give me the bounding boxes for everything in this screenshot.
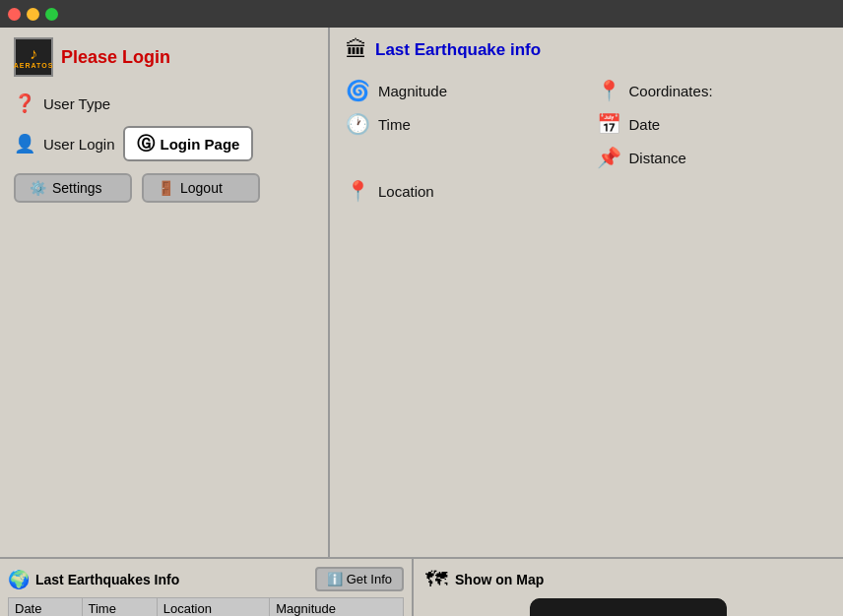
user-login-label: User Login bbox=[43, 136, 115, 153]
left-panel: ♪ AERATOS Please Login ❓ User Type 👤 Use… bbox=[0, 28, 330, 557]
coordinates-icon: 📍 bbox=[597, 79, 621, 102]
col-location: Location bbox=[157, 598, 269, 617]
earthquakes-table: Date Time Location Magnitude bbox=[8, 597, 404, 616]
app-name: AERATOS bbox=[14, 62, 54, 69]
title-bar bbox=[0, 0, 843, 28]
date-item: 📅 Date bbox=[597, 112, 828, 136]
app-logo: ♪ AERATOS bbox=[14, 37, 53, 77]
info-icon: ℹ️ bbox=[327, 572, 343, 586]
minimize-button[interactable] bbox=[27, 8, 39, 21]
magnitude-icon: 🌀 bbox=[346, 79, 370, 102]
please-login-text: Please Login bbox=[61, 47, 170, 68]
col-time: Time bbox=[82, 598, 157, 617]
user-type-icon: ❓ bbox=[14, 92, 35, 114]
settings-button[interactable]: ⚙️ Settings bbox=[14, 173, 132, 203]
google-icon: Ⓖ bbox=[137, 132, 155, 155]
map-header: 🗺 Show on Map bbox=[425, 567, 831, 592]
app-header: ♪ AERATOS Please Login bbox=[14, 37, 314, 77]
right-panel: 🏛 Last Earthquake info 🌀 Magnitude 📍 Coo… bbox=[330, 28, 843, 557]
location-icon: 📍 bbox=[346, 179, 370, 203]
date-icon: 📅 bbox=[597, 112, 621, 136]
maximize-button[interactable] bbox=[45, 8, 58, 21]
google-maps-svg: G bbox=[530, 598, 727, 617]
distance-label: Distance bbox=[629, 150, 686, 166]
globe-icon: 🌍 bbox=[8, 569, 30, 590]
table-title-row: 🌍 Last Earthquakes Info bbox=[8, 569, 179, 590]
get-info-label: Get Info bbox=[347, 572, 392, 586]
close-button[interactable] bbox=[8, 8, 21, 21]
magnitude-label: Magnitude bbox=[378, 83, 447, 99]
logout-label: Logout bbox=[180, 180, 223, 196]
table-title: Last Earthquakes Info bbox=[35, 572, 179, 587]
time-icon: 🕐 bbox=[346, 112, 370, 136]
map-header-icon: 🗺 bbox=[425, 567, 447, 592]
user-login-icon: 👤 bbox=[14, 133, 35, 154]
get-info-button[interactable]: ℹ️ Get Info bbox=[315, 567, 404, 591]
user-login-row: 👤 User Login Ⓖ Login Page bbox=[14, 126, 314, 161]
logout-button[interactable]: 🚪 Logout bbox=[142, 173, 260, 203]
eq-info-title: Last Earthquake info bbox=[375, 40, 541, 60]
logout-icon: 🚪 bbox=[158, 180, 174, 196]
bottom-area: 🌍 Last Earthquakes Info ℹ️ Get Info Date… bbox=[0, 557, 843, 616]
main-content: ♪ AERATOS Please Login ❓ User Type 👤 Use… bbox=[0, 28, 843, 557]
date-label: Date bbox=[629, 116, 661, 133]
distance-icon: 📌 bbox=[597, 146, 621, 169]
time-label: Time bbox=[378, 116, 411, 133]
location-item: 📍 Location bbox=[346, 179, 577, 203]
logo-icon: ♪ bbox=[30, 46, 37, 62]
eq-info-header: 🏛 Last Earthquake info bbox=[346, 37, 827, 63]
magnitude-item: 🌀 Magnitude bbox=[346, 79, 577, 102]
map-panel: 🗺 Show on Map G bbox=[414, 559, 843, 616]
col-date: Date bbox=[9, 598, 83, 617]
login-page-button[interactable]: Ⓖ Login Page bbox=[123, 126, 254, 161]
distance-item: 📌 Distance bbox=[597, 146, 828, 169]
table-panel: 🌍 Last Earthquakes Info ℹ️ Get Info Date… bbox=[0, 559, 414, 616]
user-type-label: User Type bbox=[43, 95, 110, 112]
col-magnitude: Magnitude bbox=[270, 598, 404, 617]
eq-icon: 🏛 bbox=[346, 37, 367, 63]
location-label: Location bbox=[378, 183, 434, 200]
settings-label: Settings bbox=[52, 180, 102, 196]
settings-icon: ⚙️ bbox=[30, 180, 46, 196]
coordinates-label: Coordinates: bbox=[629, 83, 713, 99]
table-header-row: 🌍 Last Earthquakes Info ℹ️ Get Info bbox=[8, 567, 404, 591]
user-type-row: ❓ User Type bbox=[14, 92, 314, 114]
google-maps-logo[interactable]: G bbox=[530, 598, 727, 617]
login-page-button-label: Login Page bbox=[161, 136, 240, 153]
svg-rect-0 bbox=[530, 598, 727, 617]
time-item: 🕐 Time bbox=[346, 112, 577, 136]
action-buttons-row: ⚙️ Settings 🚪 Logout bbox=[14, 173, 314, 203]
show-on-map-title: Show on Map bbox=[455, 572, 544, 587]
eq-info-grid: 🌀 Magnitude 📍 Coordinates: 🕐 Time 📌 Dist… bbox=[346, 79, 827, 203]
coordinates-item: 📍 Coordinates: bbox=[597, 79, 828, 102]
